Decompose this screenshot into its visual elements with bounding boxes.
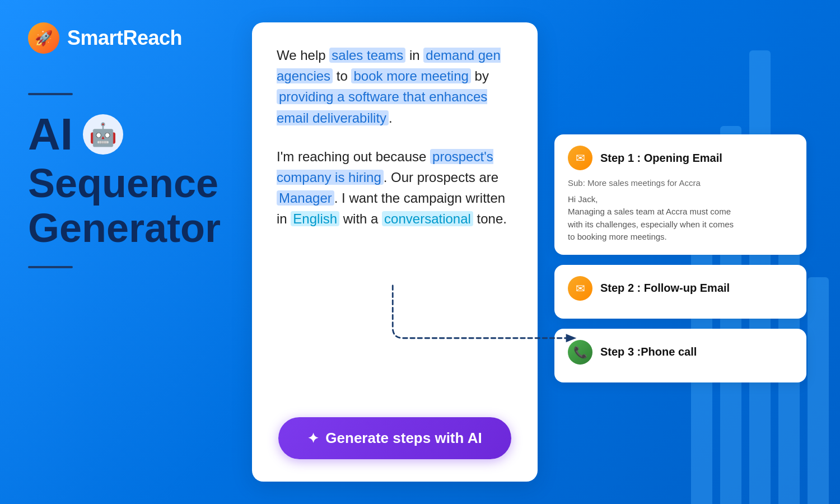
sequence-label: Sequence xyxy=(28,162,213,205)
divider-top xyxy=(28,93,73,95)
robot-icon: 🤖 xyxy=(83,114,123,155)
p1-text1: We help xyxy=(277,48,329,63)
card-paragraph-2: I'm reaching out because prospect's comp… xyxy=(277,146,513,230)
generator-label: Generator xyxy=(28,207,213,250)
logo-text: SmartReach xyxy=(67,26,182,50)
ai-label: AI xyxy=(28,112,73,157)
p2-text2: . Our prospects are xyxy=(384,170,498,185)
step-card-2: ✉ Step 2 : Follow-up Email xyxy=(554,265,806,319)
steps-panel: ✉ Step 1 : Opening Email Sub: More sales… xyxy=(554,22,806,482)
text-card: We help sales teams in demand gen agenci… xyxy=(252,22,538,482)
ai-title-area: AI 🤖 xyxy=(28,112,213,157)
step-1-icon: ✉ xyxy=(568,146,592,170)
step-3-header: 📞 Step 3 :Phone call xyxy=(568,340,793,365)
step-1-sub: Sub: More sales meetings for Accra xyxy=(568,177,793,190)
step-3-title: Step 3 :Phone call xyxy=(600,346,697,358)
step-3-icon: 📞 xyxy=(568,340,592,365)
p2-text5: tone. xyxy=(473,211,507,226)
highlight-software: providing a software that enhances email… xyxy=(277,89,487,125)
highlight-manager: Manager xyxy=(277,190,334,206)
highlight-sales-teams: sales teams xyxy=(329,48,405,63)
highlight-conversational: conversational xyxy=(382,211,473,226)
generate-btn-area: ✦ Generate steps with AI xyxy=(277,395,513,459)
highlight-book-meeting: book more meeting xyxy=(351,68,470,83)
p1-text3: to xyxy=(333,68,351,83)
generate-button-label: Generate steps with AI xyxy=(325,430,482,447)
generate-button[interactable]: ✦ Generate steps with AI xyxy=(278,417,511,459)
p1-text2: in xyxy=(405,48,423,63)
p1-text4: by xyxy=(471,68,489,83)
p1-text5: . xyxy=(389,110,393,125)
step-2-icon: ✉ xyxy=(568,276,592,301)
divider-bottom xyxy=(28,266,73,268)
sparkle-icon: ✦ xyxy=(307,431,319,446)
step-card-3: 📞 Step 3 :Phone call xyxy=(554,329,806,382)
step-card-1: ✉ Step 1 : Opening Email Sub: More sales… xyxy=(554,134,806,255)
step-2-title: Step 2 : Follow-up Email xyxy=(600,282,730,295)
logo-icon xyxy=(28,22,59,54)
step-1-header: ✉ Step 1 : Opening Email xyxy=(568,146,793,170)
p2-text4: with a xyxy=(339,211,382,226)
main-area: We help sales teams in demand gen agenci… xyxy=(252,22,806,482)
step-1-content: Sub: More sales meetings for Accra Hi Ja… xyxy=(568,177,793,244)
highlight-english: English xyxy=(291,211,339,226)
card-paragraph-1: We help sales teams in demand gen agenci… xyxy=(277,45,513,128)
p2-text1: I'm reaching out because xyxy=(277,149,430,164)
step-1-title: Step 1 : Opening Email xyxy=(600,152,722,165)
step-1-body: Hi Jack,Managing a sales team at Accra m… xyxy=(568,193,793,244)
logo-area: SmartReach xyxy=(28,22,213,54)
left-panel: SmartReach AI 🤖 Sequence Generator xyxy=(0,0,241,504)
step-2-header: ✉ Step 2 : Follow-up Email xyxy=(568,276,793,301)
